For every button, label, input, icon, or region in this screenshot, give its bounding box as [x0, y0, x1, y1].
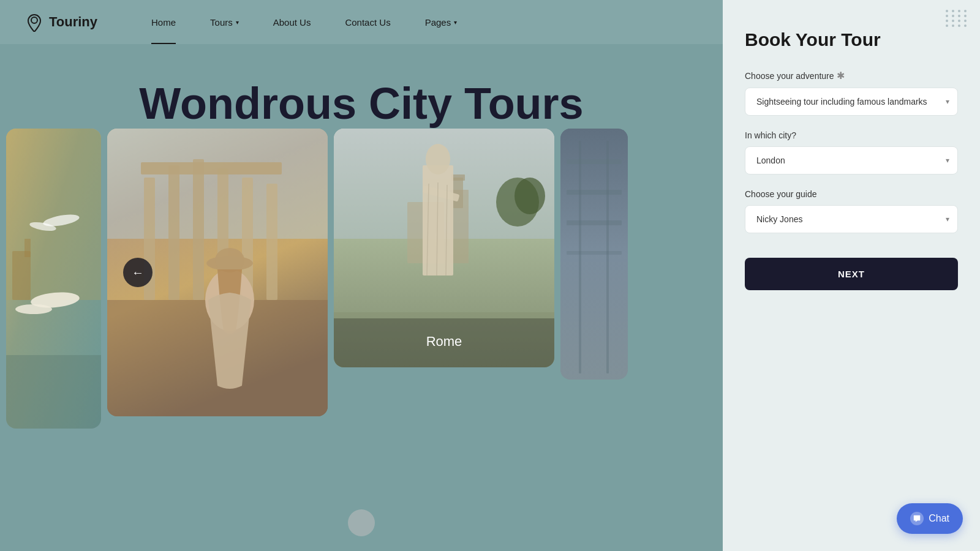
- gallery-card-4: [560, 129, 628, 380]
- navbar: Touriny Home Tours ▾ About Us Contact Us…: [0, 0, 723, 44]
- svg-rect-9: [24, 239, 31, 257]
- next-button[interactable]: NEXT: [745, 258, 958, 290]
- gallery-card-2: ←: [107, 129, 328, 416]
- gallery-image-3: Rome: [334, 129, 554, 367]
- scroll-indicator: [348, 509, 375, 536]
- guide-group: Choose your guide Nicky Jones James Smit…: [745, 189, 958, 233]
- dot: [952, 24, 954, 27]
- guide-select[interactable]: Nicky Jones James Smith Maria Rossi Pier…: [745, 205, 958, 233]
- city-label: In which city?: [745, 130, 958, 140]
- panel-title: Book Your Tour: [745, 29, 958, 50]
- dot: [958, 10, 960, 12]
- svg-rect-18: [141, 162, 282, 174]
- svg-rect-27: [453, 178, 463, 208]
- svg-point-6: [15, 304, 52, 314]
- dot: [964, 24, 967, 27]
- svg-rect-7: [6, 355, 101, 429]
- dot: [946, 24, 948, 27]
- nav-item-contact[interactable]: Contact Us: [328, 0, 407, 44]
- dot: [946, 10, 948, 12]
- dot: [958, 20, 960, 22]
- dot: [964, 10, 967, 12]
- svg-rect-43: [567, 220, 622, 225]
- back-arrow-icon: ←: [132, 266, 144, 280]
- booking-panel: Book Your Tour Choose your adventure ✱ S…: [723, 0, 980, 551]
- svg-rect-28: [451, 174, 465, 181]
- gallery-image-1: [6, 129, 101, 429]
- svg-rect-14: [193, 159, 204, 300]
- required-asterisk: ✱: [837, 70, 845, 81]
- svg-rect-42: [567, 190, 622, 195]
- gallery-card-3: Rome: [334, 129, 554, 367]
- guide-label: Choose your guide: [745, 189, 958, 199]
- pages-chevron-icon: ▾: [454, 19, 457, 26]
- city-select[interactable]: London Rome Paris Barcelona Vienna: [745, 146, 958, 174]
- main-content: Touriny Home Tours ▾ About Us Contact Us…: [0, 0, 723, 551]
- nav-links: Home Tours ▾ About Us Contact Us Pages ▾: [134, 0, 698, 44]
- adventure-label: Choose your adventure ✱: [745, 70, 958, 81]
- dot: [946, 20, 948, 22]
- adventure-group: Choose your adventure ✱ Sightseeing tour…: [745, 70, 958, 116]
- nav-item-home[interactable]: Home: [134, 0, 193, 44]
- svg-rect-44: [567, 251, 622, 255]
- hero-title: Wondrous City Tours: [0, 80, 723, 128]
- gallery: ←: [0, 129, 723, 514]
- dot: [958, 15, 960, 17]
- city-select-wrapper: London Rome Paris Barcelona Vienna ▾: [745, 146, 958, 174]
- guide-select-wrapper: Nicky Jones James Smith Maria Rossi Pier…: [745, 205, 958, 233]
- dot: [952, 10, 954, 12]
- brand-name: Touriny: [49, 14, 97, 30]
- nav-item-tours[interactable]: Tours ▾: [193, 0, 256, 44]
- svg-point-30: [514, 178, 545, 214]
- adventure-select-wrapper: Sightseeing tour including famous landma…: [745, 88, 958, 116]
- svg-point-0: [31, 17, 37, 23]
- dot: [964, 20, 967, 22]
- gallery-image-4: [560, 129, 628, 380]
- nav-item-about[interactable]: About Us: [256, 0, 328, 44]
- chat-icon: [910, 512, 924, 525]
- adventure-select[interactable]: Sightseeing tour including famous landma…: [745, 88, 958, 116]
- tours-chevron-icon: ▾: [236, 19, 239, 26]
- svg-rect-45: [579, 141, 581, 373]
- svg-rect-17: [266, 184, 277, 300]
- svg-rect-13: [168, 165, 179, 300]
- back-arrow-container: ←: [123, 258, 153, 287]
- chat-bubble-icon: [913, 514, 921, 523]
- svg-point-22: [215, 248, 244, 272]
- svg-rect-8: [12, 251, 31, 300]
- dot: [952, 20, 954, 22]
- dot: [958, 24, 960, 27]
- logo-icon: [24, 12, 44, 32]
- chat-button[interactable]: Chat: [897, 503, 963, 534]
- dot: [964, 15, 967, 17]
- dots-pattern: [946, 10, 968, 27]
- svg-point-32: [426, 144, 450, 174]
- svg-rect-41: [567, 159, 622, 164]
- dot: [946, 15, 948, 17]
- back-button[interactable]: ←: [123, 258, 153, 287]
- gallery-card-1: [6, 129, 101, 429]
- nav-item-pages[interactable]: Pages ▾: [408, 0, 475, 44]
- logo[interactable]: Touriny: [24, 12, 97, 32]
- city-group: In which city? London Rome Paris Barcelo…: [745, 130, 958, 174]
- chat-label: Chat: [929, 513, 949, 524]
- svg-text:Rome: Rome: [426, 334, 462, 349]
- dot: [952, 15, 954, 17]
- svg-rect-46: [606, 141, 609, 373]
